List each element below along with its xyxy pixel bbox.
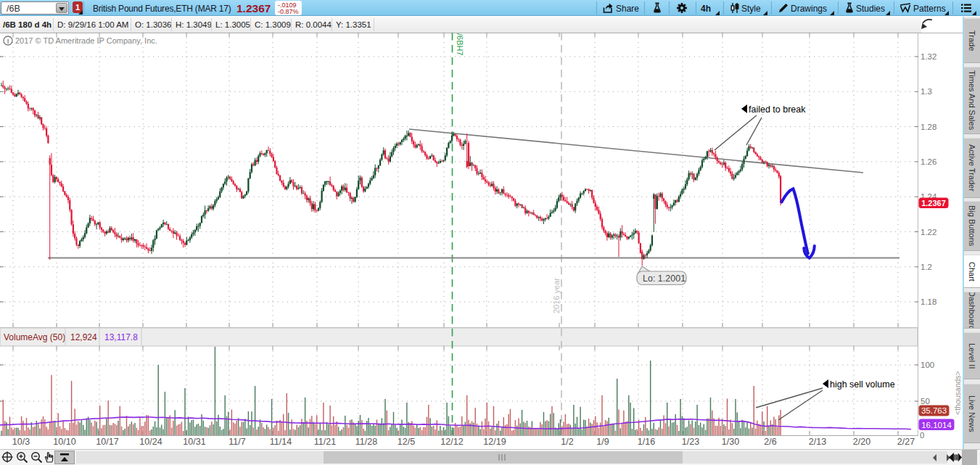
svg-text:1.22: 1.22 — [921, 228, 936, 236]
svg-text:50: 50 — [921, 397, 930, 406]
svg-text:11/14: 11/14 — [270, 437, 292, 447]
svg-text:1.2367: 1.2367 — [921, 199, 946, 207]
svg-text:/6BH7: /6BH7 — [456, 33, 464, 56]
svg-text:1.26: 1.26 — [921, 157, 936, 166]
svg-text:!: ! — [7, 37, 9, 45]
svg-text:1.3: 1.3 — [921, 87, 932, 96]
svg-text:13,117.8: 13,117.8 — [104, 332, 138, 342]
svg-text:1.18: 1.18 — [921, 297, 936, 306]
svg-text:11/21: 11/21 — [314, 437, 336, 447]
svg-text:35.763: 35.763 — [921, 406, 947, 415]
svg-text:10/31: 10/31 — [183, 437, 205, 447]
svg-text:1/30: 1/30 — [722, 437, 739, 447]
svg-text:1.28: 1.28 — [921, 123, 936, 131]
svg-text:2/6: 2/6 — [764, 437, 776, 447]
svg-text:10/10: 10/10 — [53, 437, 75, 447]
svg-text:11/28: 11/28 — [355, 437, 377, 447]
svg-text:VolumeAvg (50): VolumeAvg (50) — [4, 332, 65, 342]
svg-text:Lo: 1.2001: Lo: 1.2001 — [643, 273, 685, 284]
svg-text:16.1014: 16.1014 — [921, 421, 952, 429]
svg-text:1.32: 1.32 — [921, 52, 936, 61]
svg-text:10/17: 10/17 — [96, 437, 118, 447]
svg-text:2/20: 2/20 — [853, 437, 870, 447]
svg-text:0: 0 — [920, 431, 924, 440]
svg-text:2017 © TD Ameritrade IP Compan: 2017 © TD Ameritrade IP Company, Inc. — [15, 36, 157, 45]
svg-text:10/24: 10/24 — [139, 437, 162, 447]
svg-text:2/27: 2/27 — [897, 437, 915, 447]
svg-text:100: 100 — [921, 361, 934, 369]
svg-text:<thousands>: <thousands> — [953, 371, 962, 415]
svg-text:12/12: 12/12 — [440, 437, 463, 447]
svg-text:1/9: 1/9 — [596, 437, 609, 447]
svg-text:2016 year: 2016 year — [552, 278, 561, 313]
svg-text:10/3: 10/3 — [12, 437, 30, 447]
svg-text:high sell volume: high sell volume — [830, 379, 895, 390]
svg-text:failed to break: failed to break — [749, 104, 806, 115]
svg-text:11/7: 11/7 — [228, 437, 245, 447]
svg-text:1.2: 1.2 — [921, 263, 932, 271]
svg-text:2/13: 2/13 — [809, 437, 826, 447]
svg-text:12/5: 12/5 — [398, 437, 415, 447]
svg-text:1/2: 1/2 — [561, 437, 573, 447]
svg-text:12/19: 12/19 — [483, 437, 506, 447]
svg-text:1/23: 1/23 — [682, 437, 699, 447]
svg-text:1/16: 1/16 — [638, 437, 655, 447]
svg-text:12,924: 12,924 — [70, 332, 97, 342]
